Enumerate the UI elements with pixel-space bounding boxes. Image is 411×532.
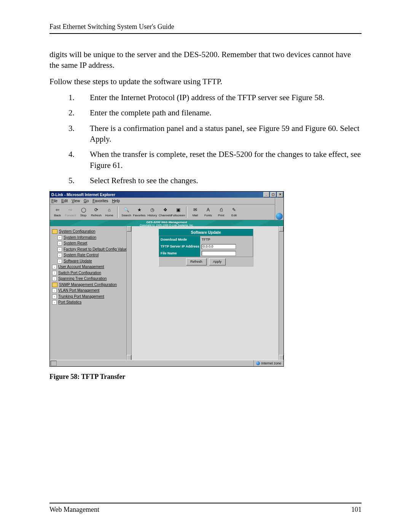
page-icon: ▫ xyxy=(52,294,57,299)
page-footer: Web Management 101 xyxy=(49,503,362,514)
channels-icon: ❖ xyxy=(162,207,168,213)
panel-row: Download ModeTFTP xyxy=(159,236,253,243)
toolbar-edit-button[interactable]: ✎Edit xyxy=(228,206,240,219)
page-icon: ▫ xyxy=(52,300,57,305)
menu-favorites[interactable]: Favorites xyxy=(92,198,108,204)
minimize-button[interactable]: _ xyxy=(263,192,269,197)
tree-item[interactable]: System Configuration xyxy=(51,228,131,235)
tree-link[interactable]: Factory Reset to Default Config Values xyxy=(64,247,129,252)
tree-item[interactable]: SNMP Management Configuration xyxy=(51,282,131,288)
toolbar-refresh-button[interactable]: ⟳Refresh xyxy=(90,206,102,219)
tree-link[interactable]: System Rate Control xyxy=(64,252,99,258)
tree-item[interactable]: ▫Trunking Port Management xyxy=(51,294,131,300)
page-icon: ▫ xyxy=(57,235,62,240)
panel-label: File Name xyxy=(159,250,200,257)
toolbar-fullscreen-button[interactable]: ▣Fullscreen xyxy=(172,206,184,219)
zone-label: Internet zone xyxy=(261,361,281,366)
tree-item[interactable]: ▫Spanning Tree Configuration xyxy=(51,276,131,282)
toolbar-separator xyxy=(117,206,118,218)
content-scrollbar[interactable] xyxy=(279,226,284,360)
toolbar-fonts-button[interactable]: AFonts xyxy=(202,206,214,219)
toolbar-home-button[interactable]: ⌂Home xyxy=(103,206,115,219)
folder-icon xyxy=(52,229,57,234)
tree-scrollbar[interactable] xyxy=(126,226,131,360)
ie-logo-corner xyxy=(275,198,284,220)
menu-file[interactable]: File xyxy=(51,198,57,204)
tree-item[interactable]: ▫VLAN Port Management xyxy=(51,288,131,294)
tree-link[interactable]: System Information xyxy=(64,235,96,240)
menu-bar: FileEditViewGoFavoritesHelp xyxy=(50,198,284,204)
toolbar-stop-button[interactable]: ◯Stop xyxy=(77,206,89,219)
menu-edit[interactable]: Edit xyxy=(61,198,68,204)
tree-item[interactable]: ▫System Reset xyxy=(51,240,131,246)
print-icon: ⎙ xyxy=(218,207,224,213)
refresh-button[interactable]: Refresh xyxy=(186,258,207,265)
tree-link[interactable]: Trunking Port Management xyxy=(58,294,104,299)
panel-row: File Name xyxy=(159,250,253,257)
security-zone: Internet zone xyxy=(253,360,284,366)
toolbar-forward-button: ⇨Forward xyxy=(64,206,76,219)
page-icon: ▫ xyxy=(57,247,62,252)
tree-item[interactable]: ▫Software Update xyxy=(51,258,131,264)
toolbar-history-button[interactable]: ◷History xyxy=(146,206,158,219)
history-icon: ◷ xyxy=(149,207,155,213)
ie-logo-icon xyxy=(276,213,283,220)
stop-icon: ◯ xyxy=(80,207,86,213)
toolbar-favorites-button[interactable]: ★Favorites xyxy=(133,206,145,219)
toolbar-back-button[interactable]: ⇦Back xyxy=(51,206,64,219)
window-titlebar: D-Link - Microsoft Internet Explorer _ ▢… xyxy=(50,192,284,198)
menu-help[interactable]: Help xyxy=(112,198,120,204)
tree-item[interactable]: ▫System Information xyxy=(51,235,131,241)
tree-link[interactable]: Spanning Tree Configuration xyxy=(58,276,107,281)
scroll-up-button[interactable] xyxy=(127,226,131,232)
toolbar-separator xyxy=(186,206,187,218)
tree-item[interactable]: ▫User Account Management xyxy=(51,264,131,270)
toolbar-search-button[interactable]: 🔍Search xyxy=(120,206,132,219)
panel-input[interactable] xyxy=(202,244,236,249)
fonts-icon: A xyxy=(205,207,211,213)
folder-icon xyxy=(52,283,57,287)
paragraph: digits will be unique to the server and … xyxy=(49,49,362,71)
step-text: Enter the Internet Protocol (IP) address… xyxy=(90,92,362,103)
tree-link[interactable]: System Reset xyxy=(64,241,87,246)
tree-link[interactable]: Port Statistics xyxy=(58,300,81,305)
page-icon: ▫ xyxy=(52,288,57,293)
tree-link[interactable]: Switch Port Configuration xyxy=(58,270,101,276)
brand-title: DES-5200 Web Management xyxy=(140,221,194,224)
toolbar: ⇦Back⇨Forward◯Stop⟳Refresh⌂Home🔍Search★F… xyxy=(50,204,284,220)
toolbar-mail-button[interactable]: ✉Mail xyxy=(189,206,201,219)
paragraph: Follow these steps to update the softwar… xyxy=(49,76,362,87)
panel-input[interactable] xyxy=(202,251,236,256)
tree-link[interactable]: User Account Management xyxy=(58,264,104,270)
close-button[interactable]: ✕ xyxy=(277,192,283,197)
menu-go[interactable]: Go xyxy=(84,198,89,204)
tree-link[interactable]: VLAN Port Management xyxy=(58,288,99,293)
step-text: When the transfer is complete, reset the… xyxy=(90,149,362,171)
footer-page-number: 101 xyxy=(351,506,362,514)
toolbar-print-button[interactable]: ⎙Print xyxy=(215,206,227,219)
edit-icon: ✎ xyxy=(231,207,237,213)
tree-item[interactable]: ▫Factory Reset to Default Config Values xyxy=(51,246,131,252)
tree-link[interactable]: Software Update xyxy=(64,259,92,264)
step-text: There is a confirmation panel and a stat… xyxy=(90,123,362,145)
panel-row: TFTP Server IP Address xyxy=(159,243,253,250)
scroll-down-button[interactable] xyxy=(279,355,284,360)
tree-item[interactable]: ▫Switch Port Configuration xyxy=(51,270,131,276)
tree-item[interactable]: ▫System Rate Control xyxy=(51,252,131,258)
scroll-down-button[interactable] xyxy=(127,355,131,360)
step-number: 3. xyxy=(68,123,90,145)
window-title: D-Link - Microsoft Internet Explorer xyxy=(51,192,115,198)
home-icon: ⌂ xyxy=(106,207,112,213)
scroll-up-button[interactable] xyxy=(279,226,284,232)
panel-value: TFTP xyxy=(202,237,210,242)
tree-link[interactable]: System Configuration xyxy=(59,229,96,234)
tree-link[interactable]: SNMP Management Configuration xyxy=(59,282,117,288)
menu-view[interactable]: View xyxy=(72,198,80,204)
page-icon: ▫ xyxy=(57,259,62,264)
maximize-button[interactable]: ▢ xyxy=(270,192,276,197)
toolbar-channels-button[interactable]: ❖Channels xyxy=(159,206,171,219)
step-text: Select Refresh to see the changes. xyxy=(90,175,362,186)
tree-item[interactable]: ▫Port Statistics xyxy=(51,299,131,305)
apply-button[interactable]: Apply xyxy=(209,258,226,265)
step-number: 1. xyxy=(68,92,90,103)
